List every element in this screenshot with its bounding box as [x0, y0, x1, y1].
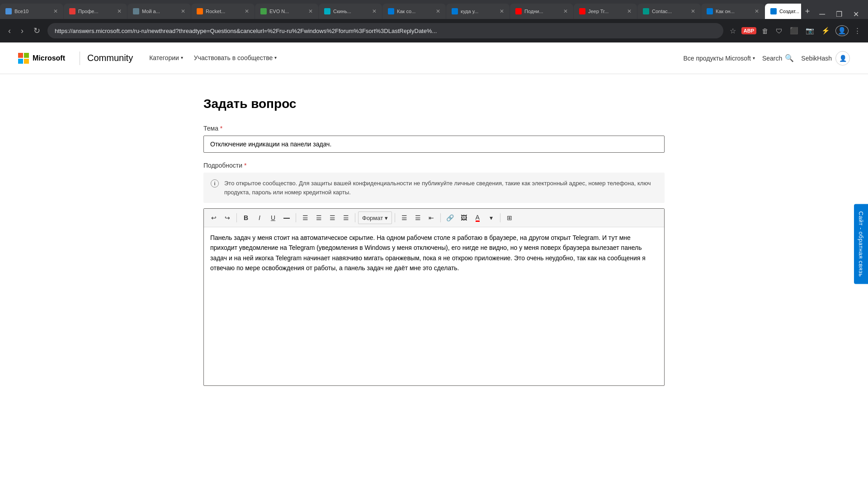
underline-button[interactable]: U	[267, 211, 279, 224]
nav-separator	[80, 52, 80, 65]
categories-label: Категории	[149, 54, 179, 61]
bookmark-icon[interactable]: ☆	[728, 25, 738, 37]
details-label: Подробности *	[203, 162, 665, 169]
browser-tab-13[interactable]: Создат... ✕	[765, 4, 801, 19]
search-label: Search	[762, 55, 782, 62]
close-button[interactable]: ✕	[848, 10, 864, 19]
tab-bar: Все10 ✕ Профе... ✕ Мой а... ✕ Rocket... …	[0, 0, 868, 19]
browser-tab-1[interactable]: Все10 ✕	[0, 4, 63, 19]
subject-group: Тема *	[203, 125, 665, 153]
browser-tab-9[interactable]: Подни... ✕	[510, 4, 573, 19]
all-products-chevron: ▾	[753, 56, 755, 61]
back-button[interactable]: ‹	[5, 24, 14, 38]
font-color-a: A	[476, 214, 480, 222]
participate-link[interactable]: Участвовать в сообществе ▾	[189, 42, 283, 74]
subject-input[interactable]	[203, 136, 665, 153]
toolbar-sep-6	[500, 213, 500, 222]
browser-tab-11[interactable]: Contac... ✕	[637, 4, 701, 19]
browser-tab-5[interactable]: EVO N... ✕	[255, 4, 318, 19]
browser-tab-2[interactable]: Профе... ✕	[64, 4, 127, 19]
browser-tab-4[interactable]: Rocket... ✕	[191, 4, 255, 19]
browser-actions: ☆ ABP 🗑 🛡 ⬛ 📷 ⚡ 👤 ⋮	[728, 25, 863, 37]
categories-link[interactable]: Категории ▾	[144, 42, 189, 74]
user-avatar: 👤	[835, 51, 850, 66]
info-icon: i	[211, 179, 219, 188]
ext-icon-4[interactable]: ⚡	[820, 25, 832, 37]
all-products-link[interactable]: Все продукты Microsoft ▾	[683, 55, 755, 62]
strikethrough-button[interactable]: —	[280, 211, 293, 224]
microsoft-logo[interactable]: Microsoft	[18, 53, 65, 64]
bullet-list-button[interactable]: ☰	[398, 211, 410, 224]
image-button[interactable]: 🖼	[458, 211, 470, 224]
participate-chevron: ▾	[274, 55, 277, 60]
align-center-button[interactable]: ☰	[312, 211, 325, 224]
details-group: Подробности * i Это открытое сообщество.…	[203, 162, 665, 386]
undo-button[interactable]: ↩	[208, 211, 220, 224]
browser-tab-10[interactable]: Jeep Tr... ✕	[574, 4, 637, 19]
format-chevron: ▾	[385, 215, 388, 221]
ext-icon-3[interactable]: 📷	[804, 25, 816, 37]
all-products-label: Все продукты Microsoft	[683, 55, 750, 62]
editor-container: ↩ ↪ B I U — ☰ ☰ ☰ ☰ Формат ▾	[203, 208, 665, 386]
font-color-button[interactable]: A	[471, 211, 484, 224]
community-label: Community	[87, 53, 133, 63]
profile-icon[interactable]: 👤	[835, 25, 849, 36]
align-right-button[interactable]: ☰	[326, 211, 339, 224]
feedback-sidebar[interactable]: Сайт - обратная связь	[854, 204, 868, 284]
table-button[interactable]: ⊞	[503, 211, 516, 224]
participate-label: Участвовать в сообществе	[194, 54, 273, 61]
editor-body[interactable]: Панель задач у меня стоит на автоматичес…	[204, 227, 664, 385]
minimize-button[interactable]: ─	[814, 9, 830, 19]
format-label: Формат	[362, 215, 383, 221]
restore-button[interactable]: ❐	[830, 10, 848, 19]
format-dropdown[interactable]: Формат ▾	[358, 211, 392, 224]
new-tab-button[interactable]: +	[802, 4, 814, 19]
page-title: Задать вопрос	[203, 97, 665, 111]
subject-label: Тема *	[203, 125, 665, 132]
justify-button[interactable]: ☰	[340, 211, 352, 224]
toolbar-sep-1	[236, 213, 237, 222]
color-dropdown-button[interactable]: ▾	[485, 211, 497, 224]
browser-tab-8[interactable]: куда у... ✕	[446, 4, 509, 19]
username-label: SebikHash	[801, 55, 832, 62]
browser-tab-7[interactable]: Как со... ✕	[382, 4, 446, 19]
redo-button[interactable]: ↪	[221, 211, 234, 224]
trash-ext-icon[interactable]: 🗑	[760, 25, 770, 37]
toolbar-sep-2	[296, 213, 296, 222]
main-content: Задать вопрос Тема * Подробности * i Это…	[185, 74, 683, 418]
address-input[interactable]	[47, 23, 723, 38]
nav-right: Все продукты Microsoft ▾ Search 🔍 SebikH…	[683, 51, 850, 66]
subject-required: *	[220, 125, 222, 132]
browser-tab-12[interactable]: Как он... ✕	[701, 4, 764, 19]
info-text: Это открытое сообщество. Для защиты ваше…	[224, 179, 657, 197]
logo-grid	[18, 53, 29, 64]
outdent-button[interactable]: ⇤	[425, 211, 438, 224]
search-button[interactable]: Search 🔍	[762, 54, 794, 62]
abp-ext-icon[interactable]: ABP	[741, 27, 756, 34]
info-banner: i Это открытое сообщество. Для защиты ва…	[203, 173, 665, 203]
toolbar-sep-3	[355, 213, 355, 222]
address-bar: ‹ › ↻ ☆ ABP 🗑 🛡 ⬛ 📷 ⚡ 👤 ⋮	[0, 19, 868, 42]
microsoft-text: Microsoft	[33, 54, 65, 62]
extensions-icon[interactable]: ⋮	[852, 25, 863, 37]
italic-button[interactable]: I	[253, 211, 266, 224]
ext-icon-2[interactable]: ⬛	[788, 25, 800, 37]
align-left-button[interactable]: ☰	[299, 211, 311, 224]
browser-chrome: Все10 ✕ Профе... ✕ Мой а... ✕ Rocket... …	[0, 0, 868, 42]
user-menu[interactable]: SebikHash 👤	[801, 51, 850, 66]
browser-tab-3[interactable]: Мой а... ✕	[127, 4, 191, 19]
ext-icon-1[interactable]: 🛡	[774, 25, 784, 37]
link-button[interactable]: 🔗	[443, 211, 457, 224]
browser-tab-6[interactable]: Скинь... ✕	[319, 4, 382, 19]
page: Microsoft Community Категории ▾ Участвов…	[0, 42, 868, 488]
categories-chevron: ▾	[181, 55, 183, 60]
reload-button[interactable]: ↻	[31, 24, 43, 38]
toolbar-sep-4	[395, 213, 395, 222]
main-nav: Microsoft Community Категории ▾ Участвов…	[0, 42, 868, 74]
toolbar-sep-5	[440, 213, 441, 222]
editor-toolbar: ↩ ↪ B I U — ☰ ☰ ☰ ☰ Формат ▾	[204, 209, 664, 227]
forward-button[interactable]: ›	[18, 24, 26, 38]
bold-button[interactable]: B	[240, 211, 252, 224]
numbered-list-button[interactable]: ☰	[411, 211, 424, 224]
search-icon: 🔍	[785, 54, 794, 62]
